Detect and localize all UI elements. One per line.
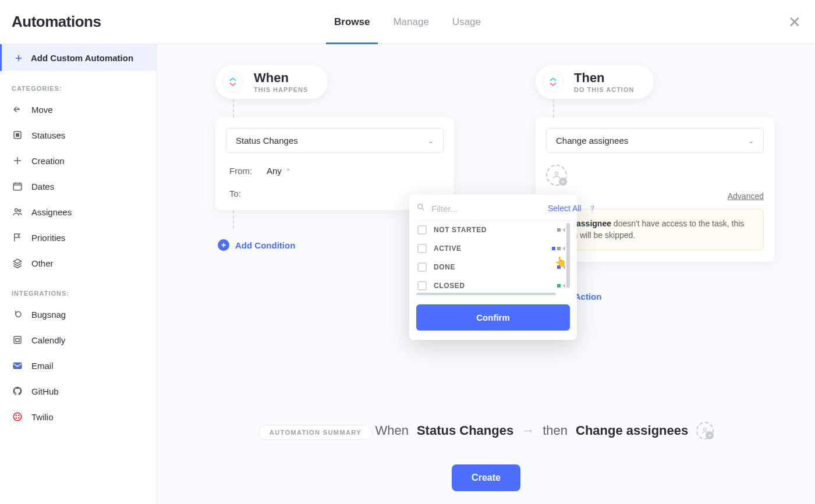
checkbox[interactable] (417, 244, 427, 253)
confirm-button[interactable]: Confirm (416, 304, 570, 331)
svg-point-13 (18, 417, 19, 418)
when-subtitle: THIS HAPPENS (254, 86, 308, 93)
tab-browse[interactable]: Browse (334, 0, 370, 44)
from-label: From: (229, 166, 256, 176)
sidebar-item-label: Twilio (31, 412, 54, 422)
chevron-down-icon: ⌄ (428, 137, 434, 145)
automation-canvas: When THIS HAPPENS Status Changes ⌄ From:… (157, 44, 815, 504)
status-option-list[interactable]: NOT STARTED ACTIVE DONE CLOSED (416, 220, 570, 295)
svg-rect-8 (13, 363, 22, 369)
sidebar-item-label: Calendly (31, 335, 65, 345)
then-pill: Then DO THIS ACTION (536, 65, 654, 99)
sidebar-item-priorities[interactable]: Priorities (0, 225, 157, 250)
svg-point-12 (16, 417, 17, 418)
calendly-icon (12, 334, 23, 346)
select-all-link[interactable]: Select All (548, 204, 582, 213)
sidebar-item-calendly[interactable]: Calendly (0, 327, 157, 353)
svg-rect-2 (13, 183, 22, 190)
twilio-icon (12, 411, 23, 423)
sidebar-item-creation[interactable]: Creation (0, 148, 157, 173)
sidebar-item-assignees[interactable]: Assignees (0, 199, 157, 225)
add-custom-automation-button[interactable]: ＋ Add Custom Automation (0, 44, 157, 71)
advanced-link[interactable]: Advanced (546, 191, 764, 201)
assignees-icon (12, 206, 23, 218)
warning-banner: If the assignee doesn't have access to t… (546, 209, 764, 250)
tab-usage[interactable]: Usage (452, 0, 481, 44)
svg-point-16 (704, 428, 707, 431)
page-title: Automations (12, 13, 101, 31)
when-title: When (254, 71, 308, 85)
sidebar-item-move[interactable]: Move (0, 97, 157, 122)
clickup-logo-icon (543, 72, 564, 93)
svg-rect-7 (16, 339, 19, 342)
checkbox[interactable] (417, 225, 427, 235)
trigger-value: Status Changes (236, 136, 298, 145)
chevron-up-icon: ⌄ (285, 167, 291, 175)
sidebar-item-email[interactable]: Email (0, 353, 157, 378)
sidebar: ＋ Add Custom Automation CATEGORIES: Move… (0, 44, 157, 504)
filter-input[interactable] (431, 204, 542, 214)
status-icon (12, 129, 23, 141)
connector-line (553, 99, 554, 118)
svg-point-3 (15, 209, 18, 212)
sidebar-item-statuses[interactable]: Statuses (0, 122, 157, 148)
automation-summary: AUTOMATION SUMMARY When Status Changes →… (157, 409, 815, 504)
github-icon (12, 385, 23, 397)
svg-point-4 (19, 210, 21, 212)
scrollbar-vertical[interactable] (566, 223, 570, 288)
close-icon[interactable]: ✕ (788, 15, 801, 30)
status-filter-popup: Select All ? NOT STARTED ACTIVE DONE (409, 194, 577, 340)
status-option-done[interactable]: DONE (416, 258, 566, 276)
header: Automations Browse Manage Usage ✕ (0, 0, 815, 44)
sidebar-item-label: Email (31, 361, 54, 371)
action-select[interactable]: Change assignees ⌄ (546, 128, 764, 153)
chevron-down-icon: ⌄ (748, 137, 754, 145)
checkbox[interactable] (417, 281, 427, 290)
plus-circle-icon: + (218, 239, 229, 251)
svg-point-10 (16, 415, 17, 416)
sidebar-item-twilio[interactable]: Twilio (0, 404, 157, 430)
create-button[interactable]: Create (452, 464, 520, 491)
from-value-select[interactable]: Any ⌄ (267, 166, 291, 176)
checkbox[interactable] (417, 262, 427, 272)
status-label: NOT STARTED (434, 226, 487, 234)
sidebar-item-label: Dates (31, 182, 54, 191)
svg-point-15 (418, 204, 423, 209)
summary-then: then (543, 423, 568, 438)
sidebar-item-label: GitHub (31, 386, 59, 396)
layers-icon (12, 257, 23, 269)
sidebar-item-label: Creation (31, 156, 65, 166)
trigger-select[interactable]: Status Changes ⌄ (226, 128, 444, 153)
summary-pill: AUTOMATION SUMMARY (258, 425, 373, 440)
sidebar-item-label: Move (31, 105, 53, 115)
help-icon[interactable]: ? (591, 204, 594, 213)
status-option-active[interactable]: ACTIVE (416, 239, 566, 258)
sidebar-item-other[interactable]: Other (0, 250, 157, 276)
then-title: Then (574, 71, 634, 85)
from-value: Any (267, 166, 282, 176)
tab-manage[interactable]: Manage (393, 0, 428, 44)
categories-heading: CATEGORIES: (0, 71, 157, 97)
svg-point-14 (555, 172, 558, 175)
sidebar-item-label: Priorities (31, 233, 65, 243)
svg-rect-1 (16, 134, 19, 137)
then-subtitle: DO THIS ACTION (574, 86, 634, 93)
status-option-not-started[interactable]: NOT STARTED (416, 221, 566, 239)
action-value: Change assignees (556, 136, 628, 145)
when-pill: When THIS HAPPENS (215, 65, 328, 99)
sidebar-item-dates[interactable]: Dates (0, 173, 157, 199)
bugsnag-icon (12, 308, 23, 320)
sidebar-item-bugsnag[interactable]: Bugsnag (0, 301, 157, 327)
scrollbar-horizontal[interactable] (416, 293, 556, 295)
assignee-placeholder-small[interactable] (696, 422, 714, 439)
arrow-right-icon: → (522, 423, 534, 438)
status-label: ACTIVE (434, 244, 462, 253)
sidebar-item-github[interactable]: GitHub (0, 378, 157, 404)
svg-rect-6 (14, 336, 21, 343)
flag-icon (12, 232, 23, 243)
summary-when: When (375, 423, 408, 438)
status-label: CLOSED (434, 282, 465, 290)
assignee-placeholder[interactable] (546, 165, 567, 186)
warning-text-bold: assignee (576, 219, 611, 228)
header-tabs: Browse Manage Usage (334, 0, 481, 44)
